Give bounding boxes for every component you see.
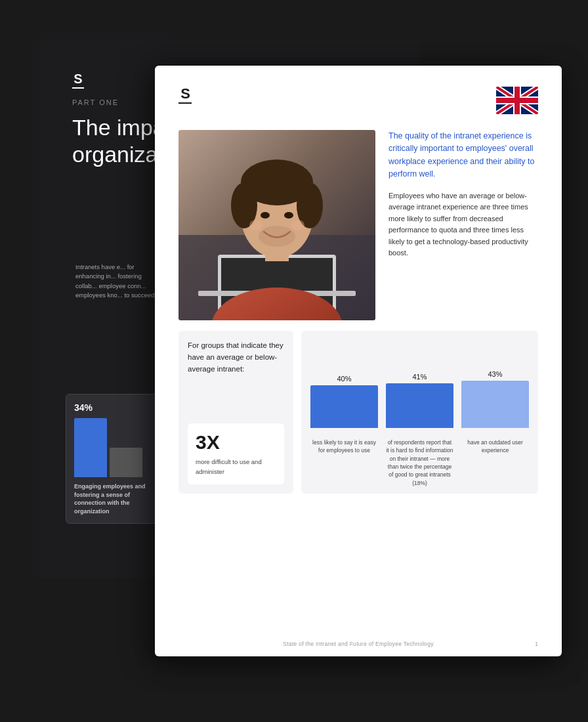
three-x-label: more difficult to use and administer	[196, 457, 276, 477]
front-header: S	[178, 87, 538, 114]
back-page-logo: S	[72, 72, 84, 89]
logo-s-back: S	[74, 72, 82, 85]
logo-line-back	[72, 87, 84, 89]
chart-desc-3: have an outdated user experience	[461, 438, 529, 487]
svg-point-21	[284, 212, 293, 219]
front-logo: S	[178, 87, 192, 104]
chart-bar-3	[461, 381, 529, 428]
back-bar-2	[110, 448, 142, 477]
chart-col-1: 40%	[310, 340, 378, 428]
for-groups-text: For groups that indicate they have an av…	[188, 340, 284, 375]
chart-col-3: 43%	[461, 340, 529, 428]
charts-panel: 40% 41% 43% less likel	[301, 331, 538, 494]
three-x-box: 3X more difficult to use and administer	[188, 423, 284, 484]
back-chart-bars	[74, 418, 156, 477]
back-snippet-text: Intranets have e... for enhancing in... …	[75, 263, 161, 300]
chart-desc-1: less likely to say it is easy for employ…	[310, 438, 378, 487]
footer-page: 1	[535, 641, 538, 647]
svg-point-23	[249, 220, 262, 230]
bottom-section: For groups that indicate they have an av…	[178, 331, 538, 494]
back-bar-1	[74, 418, 107, 477]
chart-3-pct: 43%	[488, 370, 502, 378]
chart-desc-2: of respondents report that it is hard to…	[386, 438, 453, 487]
three-x-value: 3X	[196, 431, 276, 454]
chart-bar-1	[310, 385, 378, 428]
back-chart-container: 34% Engaging employees and fostering a s…	[66, 394, 164, 524]
svg-rect-8	[496, 98, 538, 103]
chart-bar-2	[386, 383, 453, 428]
front-footer: State of the Intranet and Future of Empl…	[155, 641, 562, 647]
chart-descs: less likely to say it is easy for employ…	[310, 435, 529, 487]
charts-row: 40% 41% 43%	[310, 340, 529, 432]
photo-area	[178, 130, 375, 320]
for-groups-box: For groups that indicate they have an av…	[178, 331, 293, 494]
back-chart-pct: 34%	[74, 402, 156, 413]
highlight-text: The quality of the intranet experience i…	[388, 130, 538, 181]
logo-s-front: S	[180, 87, 190, 101]
svg-point-20	[261, 212, 270, 219]
svg-point-22	[259, 226, 295, 247]
uk-flag	[496, 87, 538, 114]
chart-2-pct: 41%	[412, 373, 427, 381]
footer-text: State of the Intranet and Future of Empl…	[283, 641, 433, 647]
back-chart-label: Engaging employees and fostering a sense…	[74, 482, 156, 515]
logo-line-front	[178, 102, 192, 104]
body-text: Employees who have an average or below-a…	[388, 190, 538, 260]
svg-point-24	[291, 220, 304, 230]
front-inner: S	[155, 66, 562, 507]
chart-1-pct: 40%	[337, 375, 351, 383]
content-row: The quality of the intranet experience i…	[178, 130, 538, 320]
text-area: The quality of the intranet experience i…	[388, 130, 538, 320]
chart-col-2: 41%	[386, 340, 453, 428]
front-page: S	[155, 66, 562, 656]
